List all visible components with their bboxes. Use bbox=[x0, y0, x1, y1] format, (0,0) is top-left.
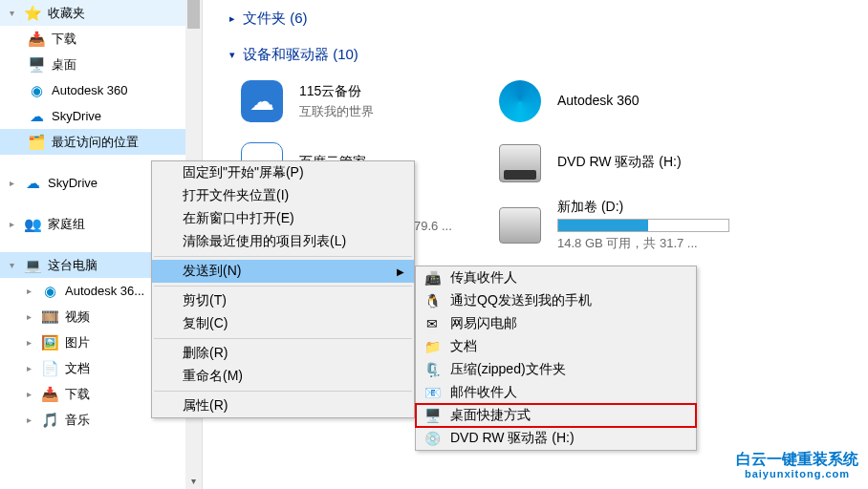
caret-down-icon: ▾ bbox=[229, 49, 235, 61]
watermark-text: 白云一键重装系统 bbox=[736, 451, 858, 468]
drive-size: 79.6 ... bbox=[414, 219, 452, 233]
submenu-arrow-icon: ▶ bbox=[397, 266, 404, 277]
video-folder-icon: 🎞️ bbox=[40, 308, 59, 327]
caret-down-icon: ▾ bbox=[10, 8, 21, 18]
sendto-dvd-drive[interactable]: 💿DVD RW 驱动器 (H:) bbox=[416, 427, 696, 450]
drive-autodesk360[interactable]: Autodesk 360 bbox=[497, 73, 755, 130]
autodesk-icon: ◉ bbox=[40, 282, 59, 301]
menu-separator bbox=[154, 391, 412, 392]
sendto-documents[interactable]: 📁文档 bbox=[416, 335, 696, 358]
documents-folder-icon: 📄 bbox=[40, 359, 59, 378]
computer-icon: 💻 bbox=[23, 256, 42, 275]
tree-label: 桌面 bbox=[52, 56, 76, 74]
fax-icon: 📠 bbox=[423, 269, 441, 287]
tree-label: SkyDrive bbox=[52, 109, 101, 123]
star-icon: ⭐ bbox=[23, 4, 42, 23]
drive-title: 115云备份 bbox=[299, 83, 374, 100]
caret-down-icon: ▾ bbox=[10, 260, 21, 270]
sendto-mail[interactable]: 📧邮件收件人 bbox=[416, 381, 696, 404]
caret-right-icon: ▸ bbox=[10, 178, 21, 188]
ctx-open-location[interactable]: 打开文件夹位置(I) bbox=[152, 184, 414, 207]
ctx-clear-recent[interactable]: 清除最近使用的项目列表(L) bbox=[152, 230, 414, 253]
watermark-url: baiyunxitong.com bbox=[736, 468, 858, 479]
drive-title: Autodesk 360 bbox=[557, 93, 640, 108]
caret-right-icon: ▸ bbox=[27, 363, 38, 373]
tree-label: 收藏夹 bbox=[48, 5, 85, 22]
download-folder-icon: 📥 bbox=[27, 30, 46, 49]
sendto-qq[interactable]: 🐧通过QQ发送到我的手机 bbox=[416, 289, 696, 312]
drive-d[interactable]: 新加卷 (D:) 14.8 GB 可用，共 31.7 ... bbox=[497, 197, 755, 254]
caret-right-icon: ▸ bbox=[27, 415, 38, 425]
tree-skydrive[interactable]: ☁ SkyDrive bbox=[0, 103, 202, 129]
menu-separator bbox=[154, 338, 412, 339]
tree-label: 下载 bbox=[52, 31, 76, 48]
tree-label: 音乐 bbox=[65, 412, 90, 429]
autodesk-icon bbox=[499, 80, 541, 122]
section-label: 文件夹 (6) bbox=[243, 10, 308, 28]
caret-right-icon: ▸ bbox=[27, 337, 38, 348]
skydrive-icon: ☁ bbox=[23, 174, 42, 193]
tree-label: Autodesk 360 bbox=[52, 83, 128, 97]
sendto-zip[interactable]: 🗜️压缩(zipped)文件夹 bbox=[416, 358, 696, 381]
section-devices[interactable]: ▾ 设备和驱动器 (10) bbox=[215, 36, 868, 73]
drive-115cloud[interactable]: ☁ 115云备份 互联我的世界 bbox=[239, 73, 497, 130]
zip-icon: 🗜️ bbox=[423, 361, 441, 378]
scrollbar-thumb[interactable] bbox=[187, 0, 200, 29]
ctx-send-to[interactable]: 发送到(N) ▶ bbox=[152, 260, 414, 283]
drive-usage-text: 14.8 GB 可用，共 31.7 ... bbox=[557, 235, 729, 252]
hard-disk-icon bbox=[499, 207, 541, 244]
section-folders[interactable]: ▸ 文件夹 (6) bbox=[215, 0, 868, 36]
ctx-properties[interactable]: 属性(R) bbox=[152, 394, 414, 417]
context-menu[interactable]: 固定到"开始"屏幕(P) 打开文件夹位置(I) 在新窗口中打开(E) 清除最近使… bbox=[151, 160, 415, 418]
drive-usage-bar bbox=[557, 219, 729, 232]
tree-label: 图片 bbox=[65, 334, 90, 351]
tree-desktop[interactable]: 🖥️ 桌面 bbox=[0, 52, 202, 77]
watermark: 白云一键重装系统 baiyunxitong.com bbox=[736, 451, 858, 479]
tree-recent-places[interactable]: 🗂️ 最近访问的位置 bbox=[0, 129, 202, 155]
sendto-netease-mail[interactable]: ✉网易闪电邮 bbox=[416, 312, 696, 335]
tree-label: 家庭组 bbox=[48, 216, 85, 233]
drive-subtitle: 互联我的世界 bbox=[299, 103, 374, 120]
homegroup-icon: 👥 bbox=[23, 215, 42, 234]
desktop-icon: 🖥️ bbox=[27, 55, 46, 74]
tree-favorites[interactable]: ▾ ⭐ 收藏夹 bbox=[0, 0, 202, 26]
skydrive-icon: ☁ bbox=[27, 107, 46, 126]
tree-label: 这台电脑 bbox=[48, 257, 98, 274]
ctx-open-new-window[interactable]: 在新窗口中打开(E) bbox=[152, 207, 414, 230]
caret-right-icon: ▸ bbox=[10, 219, 21, 229]
tree-label: 视频 bbox=[65, 308, 90, 326]
recent-icon: 🗂️ bbox=[27, 133, 46, 152]
cloud-sync-icon: ☁ bbox=[241, 80, 283, 122]
music-folder-icon: 🎵 bbox=[40, 411, 59, 430]
drive-dvd-h[interactable]: DVD DVD RW 驱动器 (H:) bbox=[497, 135, 755, 192]
caret-right-icon: ▸ bbox=[27, 286, 38, 296]
ctx-pin-to-start[interactable]: 固定到"开始"屏幕(P) bbox=[152, 161, 414, 184]
drive-title: 新加卷 (D:) bbox=[557, 199, 729, 216]
tree-label: Autodesk 36... bbox=[65, 284, 144, 298]
desktop-shortcut-icon: 🖥️ bbox=[423, 407, 441, 424]
section-label: 设备和驱动器 (10) bbox=[243, 46, 358, 64]
menu-separator bbox=[154, 286, 412, 287]
dvd-icon: 💿 bbox=[423, 430, 441, 447]
qq-icon: 🐧 bbox=[423, 292, 441, 309]
tree-downloads[interactable]: 📥 下载 bbox=[0, 26, 202, 52]
tree-label: SkyDrive bbox=[48, 176, 98, 190]
netease-icon: ✉ bbox=[423, 315, 441, 332]
tree-label: 下载 bbox=[65, 386, 90, 403]
sendto-fax[interactable]: 📠传真收件人 bbox=[416, 266, 696, 289]
sendto-submenu[interactable]: 📠传真收件人 🐧通过QQ发送到我的手机 ✉网易闪电邮 📁文档 🗜️压缩(zipp… bbox=[415, 266, 697, 451]
ctx-copy[interactable]: 复制(C) bbox=[152, 312, 414, 335]
ctx-cut[interactable]: 剪切(T) bbox=[152, 289, 414, 312]
ctx-rename[interactable]: 重命名(M) bbox=[152, 365, 414, 388]
dvd-drive-icon: DVD bbox=[499, 144, 541, 182]
drive-title: DVD RW 驱动器 (H:) bbox=[557, 154, 682, 171]
tree-autodesk360[interactable]: ◉ Autodesk 360 bbox=[0, 77, 202, 103]
download-folder-icon: 📥 bbox=[40, 385, 59, 404]
ctx-delete[interactable]: 删除(R) bbox=[152, 342, 414, 365]
caret-right-icon: ▸ bbox=[27, 389, 38, 399]
sendto-desktop-shortcut[interactable]: 🖥️桌面快捷方式 bbox=[416, 404, 696, 427]
caret-right-icon: ▸ bbox=[229, 12, 235, 25]
scrollbar-down-button[interactable]: ▾ bbox=[185, 473, 202, 489]
pictures-folder-icon: 🖼️ bbox=[40, 333, 59, 352]
caret-right-icon: ▸ bbox=[27, 311, 38, 322]
